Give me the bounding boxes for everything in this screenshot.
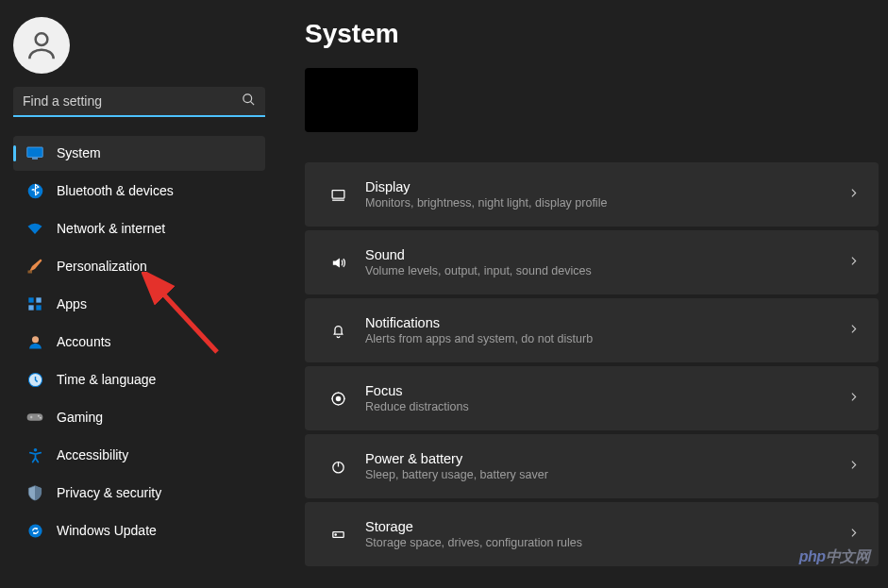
setting-title: Display <box>365 179 847 194</box>
settings-list: Display Monitors, brightness, night ligh… <box>305 162 879 566</box>
svg-line-2 <box>250 101 254 105</box>
setting-desc: Alerts from apps and system, do not dist… <box>365 332 847 345</box>
setting-row-display[interactable]: Display Monitors, brightness, night ligh… <box>305 162 879 227</box>
nav-item-apps[interactable]: Apps <box>13 287 265 322</box>
display-preview[interactable] <box>305 68 418 132</box>
nav-label: Personalization <box>57 259 147 274</box>
svg-point-16 <box>33 448 37 452</box>
setting-text: Storage Storage space, drives, configura… <box>356 519 847 549</box>
svg-point-21 <box>336 396 340 400</box>
nav-label: Network & internet <box>57 221 165 236</box>
nav-label: Windows Update <box>57 523 157 538</box>
search-input[interactable] <box>23 93 242 109</box>
accessibility-icon <box>26 446 43 463</box>
focus-icon <box>320 391 356 407</box>
chevron-right-icon <box>847 526 860 543</box>
svg-rect-18 <box>332 190 344 198</box>
nav-label: Bluetooth & devices <box>57 183 174 198</box>
shield-icon <box>26 484 43 501</box>
nav-list: System Bluetooth & devices Network & int… <box>0 134 278 549</box>
search-container <box>13 87 265 117</box>
nav-item-accessibility[interactable]: Accessibility <box>13 438 265 473</box>
nav-item-privacy[interactable]: Privacy & security <box>13 476 265 511</box>
svg-point-15 <box>40 417 42 419</box>
svg-point-14 <box>38 415 40 417</box>
search-icon <box>242 92 256 110</box>
setting-text: Power & battery Sleep, battery usage, ba… <box>356 451 847 481</box>
nav-label: Privacy & security <box>57 485 161 500</box>
brush-icon <box>26 258 43 275</box>
setting-row-focus[interactable]: Focus Reduce distractions <box>305 366 879 430</box>
svg-rect-4 <box>32 158 38 160</box>
svg-point-11 <box>31 336 38 343</box>
nav-item-personalization[interactable]: Personalization <box>13 249 265 284</box>
nav-item-accounts[interactable]: Accounts <box>13 325 265 360</box>
setting-row-notifications[interactable]: Notifications Alerts from apps and syste… <box>305 298 879 362</box>
nav-item-gaming[interactable]: Gaming <box>13 400 265 435</box>
nav-item-network[interactable]: Network & internet <box>13 211 265 246</box>
clock-icon <box>26 371 43 388</box>
display-icon <box>320 187 356 203</box>
svg-rect-9 <box>28 305 33 310</box>
wifi-icon <box>26 220 43 237</box>
person-icon <box>26 333 43 350</box>
nav-label: Time & language <box>57 372 156 387</box>
setting-row-sound[interactable]: Sound Volume levels, output, input, soun… <box>305 230 879 294</box>
svg-point-25 <box>334 533 335 534</box>
setting-desc: Storage space, drives, configuration rul… <box>365 536 847 549</box>
setting-desc: Sleep, battery usage, battery saver <box>365 468 847 481</box>
nav-label: Accounts <box>57 334 111 349</box>
bell-icon <box>320 323 356 339</box>
setting-desc: Reduce distractions <box>365 400 847 413</box>
sound-icon <box>320 255 356 271</box>
nav-label: System <box>57 145 101 160</box>
apps-icon <box>26 295 43 312</box>
power-icon <box>320 459 356 475</box>
svg-rect-6 <box>28 271 33 274</box>
setting-desc: Monitors, brightness, night light, displ… <box>365 196 847 210</box>
user-section[interactable] <box>0 17 278 74</box>
setting-text: Sound Volume levels, output, input, soun… <box>356 247 847 277</box>
nav-label: Gaming <box>57 410 103 425</box>
setting-title: Notifications <box>365 315 847 330</box>
nav-item-update[interactable]: Windows Update <box>13 513 265 548</box>
setting-title: Power & battery <box>365 451 847 466</box>
svg-point-1 <box>243 93 252 102</box>
main-content: System Display Monitors, brightness, nig… <box>278 0 888 588</box>
nav-item-system[interactable]: System <box>13 136 265 171</box>
svg-rect-7 <box>28 297 33 302</box>
gamepad-icon <box>26 409 43 426</box>
storage-icon <box>320 527 356 543</box>
sidebar: System Bluetooth & devices Network & int… <box>0 0 278 588</box>
setting-row-power[interactable]: Power & battery Sleep, battery usage, ba… <box>305 434 879 498</box>
setting-text: Focus Reduce distractions <box>356 383 847 413</box>
page-title: System <box>305 19 879 49</box>
setting-text: Notifications Alerts from apps and syste… <box>356 315 847 345</box>
nav-label: Accessibility <box>57 447 128 462</box>
setting-title: Storage <box>365 519 847 534</box>
bluetooth-icon <box>26 182 43 199</box>
chevron-right-icon <box>847 390 860 407</box>
svg-point-17 <box>28 524 42 537</box>
chevron-right-icon <box>847 458 860 475</box>
avatar <box>13 17 70 74</box>
chevron-right-icon <box>847 254 860 271</box>
update-icon <box>26 522 43 539</box>
chevron-right-icon <box>847 322 860 339</box>
nav-label: Apps <box>57 296 87 311</box>
setting-text: Display Monitors, brightness, night ligh… <box>356 179 847 210</box>
svg-rect-10 <box>36 305 41 310</box>
svg-rect-8 <box>36 297 41 302</box>
svg-point-0 <box>36 33 48 45</box>
svg-rect-3 <box>27 147 43 158</box>
system-icon <box>26 144 43 161</box>
chevron-right-icon <box>847 186 860 203</box>
nav-item-time[interactable]: Time & language <box>13 362 265 397</box>
setting-title: Sound <box>365 247 847 262</box>
nav-item-bluetooth[interactable]: Bluetooth & devices <box>13 174 265 209</box>
setting-desc: Volume levels, output, input, sound devi… <box>365 264 847 277</box>
setting-title: Focus <box>365 383 847 398</box>
search-box[interactable] <box>13 87 265 117</box>
setting-row-storage[interactable]: Storage Storage space, drives, configura… <box>305 502 879 566</box>
